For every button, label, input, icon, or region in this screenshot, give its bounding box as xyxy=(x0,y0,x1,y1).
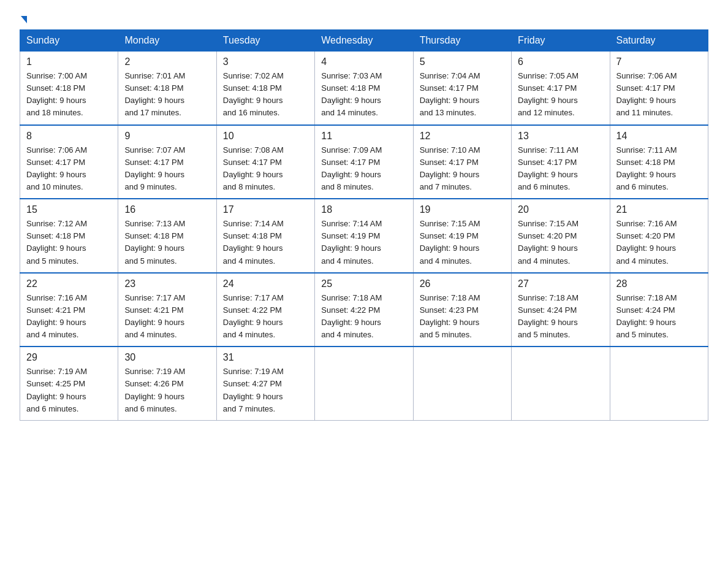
calendar-cell: 4 Sunrise: 7:03 AM Sunset: 4:18 PM Dayli… xyxy=(315,52,413,125)
weekday-header-sunday: Sunday xyxy=(20,30,118,52)
day-number: 17 xyxy=(223,204,308,215)
weekday-header-thursday: Thursday xyxy=(413,30,511,52)
calendar-cell: 3 Sunrise: 7:02 AM Sunset: 4:18 PM Dayli… xyxy=(216,52,314,125)
calendar-cell: 31 Sunrise: 7:19 AM Sunset: 4:27 PM Dayl… xyxy=(216,347,314,420)
day-info: Sunrise: 7:12 AM Sunset: 4:18 PM Dayligh… xyxy=(26,218,112,267)
calendar-cell: 19 Sunrise: 7:15 AM Sunset: 4:19 PM Dayl… xyxy=(413,199,511,273)
day-info: Sunrise: 7:11 AM Sunset: 4:17 PM Dayligh… xyxy=(518,144,603,194)
calendar-cell: 28 Sunrise: 7:18 AM Sunset: 4:24 PM Dayl… xyxy=(610,273,708,347)
day-number: 11 xyxy=(321,131,406,142)
day-info: Sunrise: 7:11 AM Sunset: 4:18 PM Dayligh… xyxy=(616,144,702,194)
day-info: Sunrise: 7:18 AM Sunset: 4:22 PM Dayligh… xyxy=(321,292,406,342)
weekday-header-wednesday: Wednesday xyxy=(315,30,413,52)
calendar-cell: 14 Sunrise: 7:11 AM Sunset: 4:18 PM Dayl… xyxy=(610,125,708,199)
calendar-week-row: 22 Sunrise: 7:16 AM Sunset: 4:21 PM Dayl… xyxy=(20,273,708,347)
day-number: 26 xyxy=(420,278,505,289)
day-number: 14 xyxy=(616,131,702,142)
day-number: 9 xyxy=(124,131,210,142)
weekday-header-tuesday: Tuesday xyxy=(216,30,314,52)
day-info: Sunrise: 7:18 AM Sunset: 4:24 PM Dayligh… xyxy=(616,292,702,342)
weekday-header-saturday: Saturday xyxy=(610,30,708,52)
calendar-table: SundayMondayTuesdayWednesdayThursdayFrid… xyxy=(20,29,708,421)
day-number: 18 xyxy=(321,204,406,215)
day-info: Sunrise: 7:09 AM Sunset: 4:17 PM Dayligh… xyxy=(321,144,406,194)
day-info: Sunrise: 7:18 AM Sunset: 4:23 PM Dayligh… xyxy=(420,292,505,342)
day-number: 24 xyxy=(223,278,308,289)
calendar-cell: 16 Sunrise: 7:13 AM Sunset: 4:18 PM Dayl… xyxy=(118,199,216,273)
calendar-cell: 11 Sunrise: 7:09 AM Sunset: 4:17 PM Dayl… xyxy=(315,125,413,199)
calendar-cell: 10 Sunrise: 7:08 AM Sunset: 4:17 PM Dayl… xyxy=(216,125,314,199)
day-number: 30 xyxy=(124,352,210,363)
calendar-cell xyxy=(413,347,511,420)
calendar-cell: 1 Sunrise: 7:00 AM Sunset: 4:18 PM Dayli… xyxy=(20,52,118,125)
calendar-header-row: SundayMondayTuesdayWednesdayThursdayFrid… xyxy=(20,30,708,52)
calendar-cell: 26 Sunrise: 7:18 AM Sunset: 4:23 PM Dayl… xyxy=(413,273,511,347)
day-number: 27 xyxy=(518,278,603,289)
day-info: Sunrise: 7:03 AM Sunset: 4:18 PM Dayligh… xyxy=(321,70,406,120)
calendar-cell: 9 Sunrise: 7:07 AM Sunset: 4:17 PM Dayli… xyxy=(118,125,216,199)
calendar-cell: 21 Sunrise: 7:16 AM Sunset: 4:20 PM Dayl… xyxy=(610,199,708,273)
calendar-cell: 30 Sunrise: 7:19 AM Sunset: 4:26 PM Dayl… xyxy=(118,347,216,420)
day-number: 3 xyxy=(223,56,308,67)
day-number: 4 xyxy=(321,56,406,67)
day-number: 29 xyxy=(26,352,112,363)
calendar-cell: 23 Sunrise: 7:17 AM Sunset: 4:21 PM Dayl… xyxy=(118,273,216,347)
day-number: 1 xyxy=(26,56,112,67)
calendar-cell: 5 Sunrise: 7:04 AM Sunset: 4:17 PM Dayli… xyxy=(413,52,511,125)
day-number: 7 xyxy=(616,56,702,67)
day-info: Sunrise: 7:19 AM Sunset: 4:27 PM Dayligh… xyxy=(223,366,308,415)
calendar-cell: 2 Sunrise: 7:01 AM Sunset: 4:18 PM Dayli… xyxy=(118,52,216,125)
day-info: Sunrise: 7:00 AM Sunset: 4:18 PM Dayligh… xyxy=(26,70,112,120)
day-number: 28 xyxy=(616,278,702,289)
calendar-cell: 22 Sunrise: 7:16 AM Sunset: 4:21 PM Dayl… xyxy=(20,273,118,347)
calendar-cell xyxy=(315,347,413,420)
day-number: 8 xyxy=(26,131,112,142)
calendar-cell: 15 Sunrise: 7:12 AM Sunset: 4:18 PM Dayl… xyxy=(20,199,118,273)
calendar-cell: 25 Sunrise: 7:18 AM Sunset: 4:22 PM Dayl… xyxy=(315,273,413,347)
day-info: Sunrise: 7:02 AM Sunset: 4:18 PM Dayligh… xyxy=(223,70,308,120)
day-number: 22 xyxy=(26,278,112,289)
day-number: 15 xyxy=(26,204,112,215)
day-number: 10 xyxy=(223,131,308,142)
logo xyxy=(20,17,27,25)
day-info: Sunrise: 7:13 AM Sunset: 4:18 PM Dayligh… xyxy=(124,218,210,267)
calendar-cell: 17 Sunrise: 7:14 AM Sunset: 4:18 PM Dayl… xyxy=(216,199,314,273)
weekday-header-monday: Monday xyxy=(118,30,216,52)
day-number: 31 xyxy=(223,352,308,363)
calendar-cell: 8 Sunrise: 7:06 AM Sunset: 4:17 PM Dayli… xyxy=(20,125,118,199)
calendar-cell: 18 Sunrise: 7:14 AM Sunset: 4:19 PM Dayl… xyxy=(315,199,413,273)
day-info: Sunrise: 7:19 AM Sunset: 4:25 PM Dayligh… xyxy=(26,366,112,415)
day-info: Sunrise: 7:19 AM Sunset: 4:26 PM Dayligh… xyxy=(124,366,210,415)
day-info: Sunrise: 7:01 AM Sunset: 4:18 PM Dayligh… xyxy=(124,70,210,120)
weekday-header-friday: Friday xyxy=(512,30,610,52)
day-number: 19 xyxy=(420,204,505,215)
page-header xyxy=(20,15,708,25)
calendar-cell: 29 Sunrise: 7:19 AM Sunset: 4:25 PM Dayl… xyxy=(20,347,118,420)
calendar-cell: 27 Sunrise: 7:18 AM Sunset: 4:24 PM Dayl… xyxy=(512,273,610,347)
day-info: Sunrise: 7:18 AM Sunset: 4:24 PM Dayligh… xyxy=(518,292,603,342)
day-number: 5 xyxy=(420,56,505,67)
day-info: Sunrise: 7:10 AM Sunset: 4:17 PM Dayligh… xyxy=(420,144,505,194)
calendar-week-row: 15 Sunrise: 7:12 AM Sunset: 4:18 PM Dayl… xyxy=(20,199,708,273)
day-number: 21 xyxy=(616,204,702,215)
calendar-cell: 13 Sunrise: 7:11 AM Sunset: 4:17 PM Dayl… xyxy=(512,125,610,199)
day-number: 16 xyxy=(124,204,210,215)
day-info: Sunrise: 7:14 AM Sunset: 4:18 PM Dayligh… xyxy=(223,218,308,267)
day-number: 20 xyxy=(518,204,603,215)
calendar-week-row: 8 Sunrise: 7:06 AM Sunset: 4:17 PM Dayli… xyxy=(20,125,708,199)
calendar-cell: 6 Sunrise: 7:05 AM Sunset: 4:17 PM Dayli… xyxy=(512,52,610,125)
day-info: Sunrise: 7:08 AM Sunset: 4:17 PM Dayligh… xyxy=(223,144,308,194)
day-info: Sunrise: 7:06 AM Sunset: 4:17 PM Dayligh… xyxy=(616,70,702,120)
day-info: Sunrise: 7:05 AM Sunset: 4:17 PM Dayligh… xyxy=(518,70,603,120)
calendar-cell xyxy=(610,347,708,420)
calendar-week-row: 29 Sunrise: 7:19 AM Sunset: 4:25 PM Dayl… xyxy=(20,347,708,420)
day-number: 13 xyxy=(518,131,603,142)
day-info: Sunrise: 7:17 AM Sunset: 4:22 PM Dayligh… xyxy=(223,292,308,342)
day-info: Sunrise: 7:04 AM Sunset: 4:17 PM Dayligh… xyxy=(420,70,505,120)
day-number: 6 xyxy=(518,56,603,67)
calendar-cell: 24 Sunrise: 7:17 AM Sunset: 4:22 PM Dayl… xyxy=(216,273,314,347)
day-info: Sunrise: 7:17 AM Sunset: 4:21 PM Dayligh… xyxy=(124,292,210,342)
day-number: 12 xyxy=(420,131,505,142)
day-number: 2 xyxy=(124,56,210,67)
logo-triangle-icon xyxy=(21,16,27,23)
